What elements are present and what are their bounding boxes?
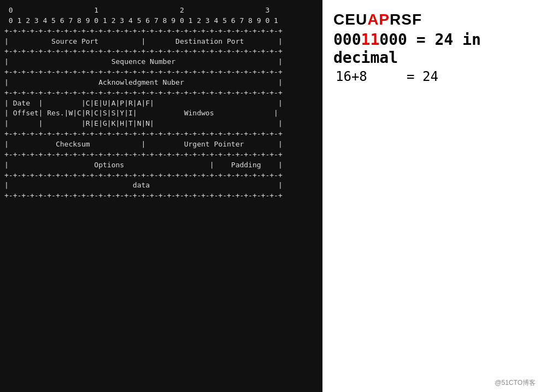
binary-normal-start: 000 xyxy=(333,31,361,49)
diagram-line-15: | Options | Padding | xyxy=(4,161,283,169)
sum-equals: = 24 xyxy=(407,69,438,84)
diagram-line-0: 0 1 2 3 xyxy=(4,6,269,14)
flags-label: CEUAPRSF xyxy=(333,11,529,28)
watermark: @51CTO博客 xyxy=(495,378,536,388)
diagram-line-7: | Acknowledgment Nuber | xyxy=(4,78,283,86)
flags-normal-start: CEU xyxy=(333,11,367,28)
diagram-line-16: +-+-+-+-+-+-+-+-+-+-+-+-+-+-+-+-+-+-+-+-… xyxy=(4,171,283,179)
diagram-line-1: 0 1 2 3 4 5 6 7 8 9 0 1 2 3 4 5 6 7 8 9 … xyxy=(4,16,278,25)
diagram-line-5: | Sequence Number | xyxy=(4,57,283,66)
diagram-line-13: | Checksum | Urgent Pointer | xyxy=(4,140,283,148)
binary-value: 00011000 = 24 in decimal xyxy=(333,31,529,67)
tcp-diagram: 0 1 2 3 0 1 2 3 4 5 6 7 8 9 0 1 2 3 4 5 … xyxy=(0,0,322,392)
flags-normal-end: RSF xyxy=(390,11,422,28)
diagram-line-3: | Source Port | Destination Port | xyxy=(4,37,283,45)
flags-highlight: AP xyxy=(367,11,390,28)
binary-normal-end: 000 xyxy=(379,31,407,49)
sum-calculation: 16+8 = 24 xyxy=(333,69,529,84)
diagram-line-4: +-+-+-+-+-+-+-+-+-+-+-+-+-+-+-+-+-+-+-+-… xyxy=(4,47,283,55)
sum-left: 16+8 xyxy=(336,69,367,84)
diagram-line-18: +-+-+-+-+-+-+-+-+-+-+-+-+-+-+-+-+-+-+-+-… xyxy=(4,191,283,200)
diagram-line-11: | | |R|E|G|K|H|T|N|N| | xyxy=(4,119,283,127)
diagram-line-10: | Offset| Res.|W|C|R|C|S|S|Y|I| Windwos … xyxy=(4,109,278,117)
diagram-line-14: +-+-+-+-+-+-+-+-+-+-+-+-+-+-+-+-+-+-+-+-… xyxy=(4,150,283,159)
diagram-line-6: +-+-+-+-+-+-+-+-+-+-+-+-+-+-+-+-+-+-+-+-… xyxy=(4,68,283,76)
diagram-line-17: | data | xyxy=(4,181,283,189)
diagram-line-9: | Date | |C|E|U|A|P|R|A|F| | xyxy=(4,99,283,107)
diagram-line-12: +-+-+-+-+-+-+-+-+-+-+-+-+-+-+-+-+-+-+-+-… xyxy=(4,130,283,138)
diagram-line-8: +-+-+-+-+-+-+-+-+-+-+-+-+-+-+-+-+-+-+-+-… xyxy=(4,89,283,97)
diagram-line-2: +-+-+-+-+-+-+-+-+-+-+-+-+-+-+-+-+-+-+-+-… xyxy=(4,27,283,35)
flags-explanation: CEUAPRSF 00011000 = 24 in decimal 16+8 =… xyxy=(322,0,540,392)
binary-highlight: 11 xyxy=(361,31,380,49)
